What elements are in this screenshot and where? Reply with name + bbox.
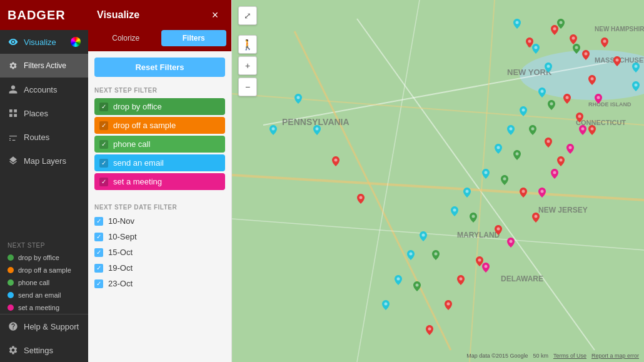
dot-send-email: [8, 292, 14, 298]
checkbox-10-sept[interactable]: ✓: [94, 233, 103, 241]
report-link[interactable]: Report a map error: [591, 353, 639, 359]
checkbox-drop-sample[interactable]: ✓: [99, 121, 108, 130]
checkbox-drop-office[interactable]: ✓: [99, 103, 108, 111]
checkbox-send-email[interactable]: ✓: [99, 159, 108, 168]
svg-point-65: [575, 46, 578, 49]
svg-point-36: [522, 190, 525, 193]
filter-item-drop-sample[interactable]: ✓ drop off a sample: [94, 117, 225, 134]
tab-filters[interactable]: Filters: [161, 30, 227, 46]
sidebar-item-map-layers[interactable]: Map Layers: [0, 149, 88, 173]
next-step-drop-office: drop by office: [0, 251, 88, 264]
map-controls: ⤢ 🚶 + −: [238, 6, 257, 96]
checkbox-10-nov[interactable]: ✓: [94, 217, 103, 226]
ns-label-phone-call: phone call: [18, 279, 49, 286]
svg-point-72: [416, 284, 419, 287]
filter-label-drop-office: drop by office: [113, 102, 162, 111]
checkbox-set-meeting[interactable]: ✓: [99, 178, 108, 186]
date-item-10-sept[interactable]: ✓ 10-Sept: [88, 229, 231, 244]
sidebar-item-help[interactable]: Help & Support: [0, 314, 88, 338]
svg-point-29: [616, 59, 619, 62]
svg-point-48: [541, 90, 544, 93]
reset-filters-button[interactable]: Reset Filters: [94, 58, 225, 77]
map-area[interactable]: PENNSYLVANIA NEW YORK MARYLAND DELAWARE …: [232, 0, 644, 362]
svg-point-32: [578, 115, 581, 118]
next-step-drop-sample: drop off a sample: [0, 264, 88, 276]
svg-rect-1: [14, 109, 17, 113]
svg-rect-3: [14, 114, 17, 117]
svg-point-34: [547, 140, 550, 143]
svg-point-41: [447, 303, 450, 306]
date-item-23-oct[interactable]: ✓ 23-Oct: [88, 276, 231, 291]
date-item-19-oct[interactable]: ✓ 19-Oct: [88, 260, 231, 276]
date-label-15-oct: 15-Oct: [108, 248, 133, 257]
panel-title: Visualize: [97, 9, 139, 21]
svg-point-45: [516, 21, 519, 24]
svg-point-37: [535, 215, 538, 218]
person-icon: [8, 84, 19, 95]
svg-point-61: [272, 128, 275, 131]
svg-point-55: [422, 234, 425, 237]
sidebar-item-accounts[interactable]: Accounts: [0, 78, 88, 101]
svg-point-62: [635, 84, 638, 87]
sidebar-help-label: Help & Support: [24, 322, 81, 331]
svg-point-64: [560, 21, 563, 24]
svg-point-57: [397, 278, 400, 281]
sidebar-settings-label: Settings: [24, 346, 81, 355]
logo: BADGER: [0, 0, 88, 30]
terms-link[interactable]: Terms of Use: [553, 353, 586, 359]
filter-label-drop-sample: drop off a sample: [113, 121, 176, 130]
dot-phone-call: [8, 279, 14, 286]
checkbox-23-oct[interactable]: ✓: [94, 279, 103, 288]
filter-item-set-meeting[interactable]: ✓ set a meeting: [94, 173, 225, 190]
svg-point-52: [485, 171, 488, 174]
checkbox-15-oct[interactable]: ✓: [94, 248, 103, 257]
svg-point-24: [528, 40, 531, 43]
sidebar-item-routes[interactable]: Routes: [0, 125, 88, 149]
svg-point-35: [560, 159, 563, 162]
filter-item-send-email[interactable]: ✓ send an email: [94, 154, 225, 171]
ns-label-set-meeting: set a meeting: [18, 304, 59, 311]
panel-header: Visualize ×: [88, 0, 231, 30]
svg-point-76: [553, 171, 556, 174]
svg-point-39: [478, 259, 481, 262]
svg-point-56: [410, 253, 413, 256]
svg-point-74: [581, 128, 585, 131]
sidebar-item-filters-active[interactable]: Filters Active: [0, 54, 88, 78]
sidebar-visualize-label: Visualize: [24, 38, 66, 47]
person-view-icon[interactable]: 🚶: [238, 35, 257, 54]
sidebar-item-settings[interactable]: Settings: [0, 338, 88, 362]
svg-point-69: [503, 178, 506, 181]
svg-point-63: [635, 65, 638, 68]
zoom-in-button[interactable]: +: [238, 56, 257, 75]
sidebar-item-places[interactable]: Places: [0, 101, 88, 125]
next-step-set-meeting: set a meeting: [0, 301, 88, 314]
checkbox-19-oct[interactable]: ✓: [94, 264, 103, 273]
svg-text:MARYLAND: MARYLAND: [457, 231, 500, 239]
date-item-10-nov[interactable]: ✓ 10-Nov: [88, 213, 231, 229]
tab-colorize[interactable]: Colorize: [93, 30, 159, 46]
date-item-15-oct[interactable]: ✓ 15-Oct: [88, 244, 231, 260]
svg-point-78: [510, 240, 513, 243]
zoom-out-button[interactable]: −: [238, 78, 257, 96]
filter-item-drop-office[interactable]: ✓ drop by office: [94, 98, 225, 115]
svg-point-53: [466, 190, 469, 193]
svg-point-67: [531, 128, 535, 131]
svg-point-66: [550, 103, 553, 106]
svg-text:RHODE ISLAND: RHODE ISLAND: [588, 101, 631, 108]
help-icon: [8, 321, 19, 332]
ns-label-drop-office: drop by office: [18, 254, 59, 261]
svg-text:DELAWARE: DELAWARE: [501, 274, 543, 283]
svg-point-58: [385, 303, 388, 306]
eye-icon: [8, 36, 19, 48]
svg-point-42: [428, 328, 431, 331]
expand-icon[interactable]: ⤢: [238, 6, 257, 25]
filter-item-phone-call[interactable]: ✓ phone call: [94, 136, 225, 153]
sidebar-item-visualize[interactable]: Visualize: [0, 30, 88, 54]
date-label-19-oct: 19-Oct: [108, 263, 133, 273]
next-step-section-label: NEXT STEP: [0, 237, 88, 251]
close-button[interactable]: ×: [208, 8, 223, 23]
svg-text:NEW JERSEY: NEW JERSEY: [538, 206, 588, 214]
gear-icon: [8, 60, 19, 71]
checkbox-phone-call[interactable]: ✓: [99, 140, 108, 149]
svg-text:NEW HAMPSHIRE: NEW HAMPSHIRE: [595, 26, 644, 33]
